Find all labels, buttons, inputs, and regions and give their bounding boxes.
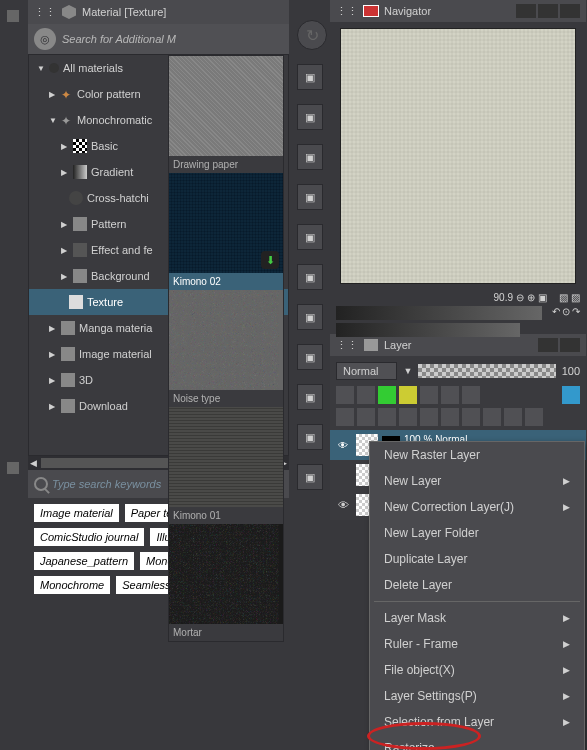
menu-layer-settings[interactable]: Layer Settings(P)▶ [370,683,584,709]
toolbar-icon[interactable] [7,10,19,22]
layer-tool-icon[interactable] [462,408,480,426]
opacity-value: 100 [562,365,580,377]
search-input[interactable]: Search for Additional M [62,33,176,45]
thumbnail-list: Drawing paper ⬇ Kimono 02 Noise type Kim… [168,55,284,642]
rotate-reset-icon[interactable]: ⊙ [562,306,570,320]
thumb-drawing-paper[interactable]: Drawing paper [169,56,283,173]
layer-tool-icon[interactable] [336,386,354,404]
threed-icon [61,373,75,387]
search-row: ◎ Search for Additional M [28,24,289,54]
layer-tool-icon[interactable] [336,408,354,426]
layer-tool-icon[interactable] [504,408,522,426]
submenu-arrow-icon: ▶ [563,476,570,486]
download-icon[interactable]: ⬇ [261,251,279,269]
layer-tool-icon[interactable] [420,386,438,404]
nav-tab[interactable] [538,4,558,18]
mid-toolbar: ↻ ▣ ▣ ▣ ▣ ▣ ▣ ▣ ▣ ▣ ▣ ▣ [297,20,327,490]
navigator-canvas[interactable] [340,28,576,284]
thumb-mortar[interactable]: Mortar [169,524,283,641]
menu-new-raster[interactable]: New Raster Layer [370,442,584,468]
pattern-icon [73,217,87,231]
mid-icon[interactable]: ▣ [297,184,323,210]
material-icon [62,5,76,19]
layer-color-icon[interactable] [562,386,580,404]
tag-japanese-pattern[interactable]: Japanese_pattern [34,552,134,570]
layer-panel-header[interactable]: ⋮⋮ Layer [330,334,586,356]
blend-mode-select[interactable]: Normal [336,362,397,380]
mid-icon[interactable]: ▣ [297,344,323,370]
menu-file-object[interactable]: File object(X)▶ [370,657,584,683]
thumb-kimono02[interactable]: ⬇ Kimono 02 [169,173,283,290]
layer-tool-icon[interactable] [441,386,459,404]
nav-tab[interactable] [516,4,536,18]
mid-icon[interactable]: ▣ [297,144,323,170]
mid-icon[interactable]: ▣ [297,64,323,90]
layer-tab[interactable] [538,338,558,352]
mid-icon[interactable]: ▣ [297,384,323,410]
eye-icon[interactable]: 👁 [338,440,348,451]
zoom-out-icon[interactable]: ⊖ [516,292,524,303]
panel-title: Material [Texture] [82,6,166,18]
flip-icon[interactable]: ▧ [559,292,568,303]
rotate-slider[interactable] [336,323,520,337]
menu-separator [374,601,580,602]
menu-ruler-frame[interactable]: Ruler - Frame▶ [370,631,584,657]
mid-icon[interactable]: ↻ [297,20,327,50]
mid-icon[interactable]: ▣ [297,224,323,250]
layer-tool-icon[interactable] [378,408,396,426]
menu-new-folder[interactable]: New Layer Folder [370,520,584,546]
layer-tool-icon[interactable] [420,408,438,426]
submenu-arrow-icon: ▶ [563,613,570,623]
thumb-kimono01[interactable]: Kimono 01 [169,407,283,524]
toolbar-icon[interactable] [7,462,19,474]
tag-image-material[interactable]: Image material [34,504,119,522]
menu-new-correction[interactable]: New Correction Layer(J)▶ [370,494,584,520]
mid-icon[interactable]: ▣ [297,304,323,330]
tag-comicstudio[interactable]: ComicStudio journal [34,528,144,546]
fit-icon[interactable]: ▣ [538,292,547,303]
material-panel-header[interactable]: ⋮⋮ Material [Texture] [28,0,289,24]
rotate-cw-icon[interactable]: ↷ [572,306,580,320]
swirl-icon: ◎ [34,28,56,50]
navigator-header[interactable]: ⋮⋮ Navigator [330,0,586,22]
zoom-in-icon[interactable]: ⊕ [527,292,535,303]
rotate-icon[interactable]: ▨ [571,292,580,303]
submenu-arrow-icon: ▶ [563,691,570,701]
layer-tool-icon[interactable] [483,408,501,426]
menu-layer-mask[interactable]: Layer Mask▶ [370,605,584,631]
tag-monochrome[interactable]: Monochrome [34,576,110,594]
mid-icon[interactable]: ▣ [297,264,323,290]
layer-tool-icon[interactable] [399,408,417,426]
eye-icon[interactable]: 👁 [338,499,349,511]
gradient-icon [73,165,87,179]
menu-duplicate[interactable]: Duplicate Layer [370,546,584,572]
menu-new-layer[interactable]: New Layer▶ [370,468,584,494]
layer-tool-icon[interactable] [357,408,375,426]
submenu-arrow-icon: ▶ [563,717,570,727]
zoom-slider[interactable] [336,306,542,320]
folder-icon [49,63,59,73]
submenu-arrow-icon: ▶ [563,639,570,649]
color-icon: ✦ [61,88,73,100]
mid-icon[interactable]: ▣ [297,104,323,130]
effect-icon [73,243,87,257]
thumb-noise[interactable]: Noise type [169,290,283,407]
menu-rasterize[interactable]: Rasterize [370,735,584,750]
nav-tab[interactable] [560,4,580,18]
layer-tab[interactable] [560,338,580,352]
mid-icon[interactable]: ▣ [297,464,323,490]
layer-tool-icon[interactable] [441,408,459,426]
thumb-preview [169,290,283,390]
rotate-ccw-icon[interactable]: ↶ [552,306,560,320]
thumb-preview [169,407,283,507]
opacity-slider[interactable] [418,364,555,378]
menu-delete[interactable]: Delete Layer [370,572,584,598]
layer-tool-icon[interactable] [525,408,543,426]
layer-tool-icon[interactable] [357,386,375,404]
layer-tool-icon[interactable] [462,386,480,404]
navigator-footer: 90.9 ⊖ ⊕ ▣ ▧ ▨ ↶ ⊙ ↷ [330,290,586,334]
layer-tool-icon[interactable] [399,386,417,404]
layer-tool-icon[interactable] [378,386,396,404]
mid-icon[interactable]: ▣ [297,424,323,450]
menu-selection-from-layer[interactable]: Selection from Layer▶ [370,709,584,735]
